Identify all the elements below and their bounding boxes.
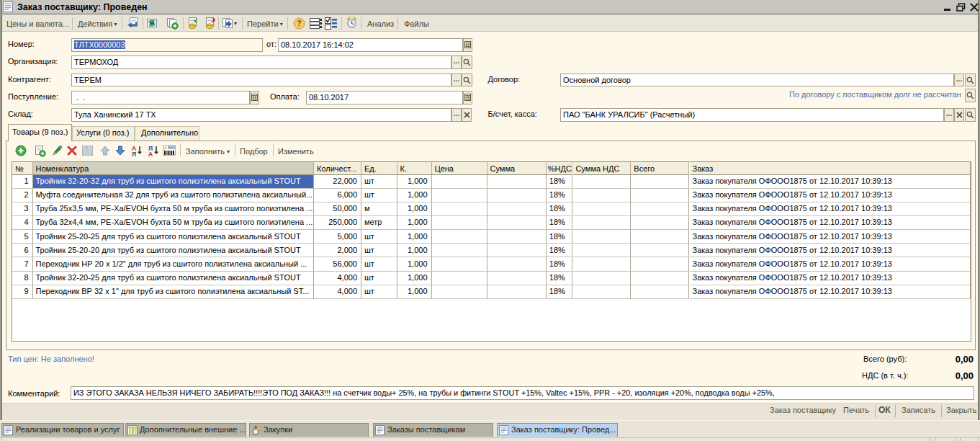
svg-text:А: А <box>148 151 153 156</box>
svg-text:Я: Я <box>132 151 136 156</box>
svg-text:?: ? <box>297 19 301 27</box>
